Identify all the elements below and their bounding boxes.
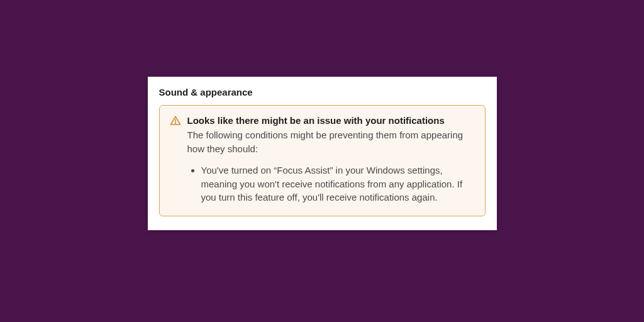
warning-icon	[170, 115, 181, 126]
alert-description: The following conditions might be preven…	[187, 128, 474, 156]
alert-conditions-list: You've turned on “Focus Assist” in your …	[187, 164, 474, 204]
alert-body: Looks like there might be an issue with …	[187, 114, 474, 204]
section-title: Sound & appearance	[159, 87, 486, 97]
settings-section-panel: Sound & appearance Looks like there migh…	[148, 77, 497, 230]
alert-title: Looks like there might be an issue with …	[187, 114, 474, 127]
svg-point-1	[175, 123, 175, 123]
list-item: You've turned on “Focus Assist” in your …	[201, 164, 474, 204]
notifications-warning-alert: Looks like there might be an issue with …	[159, 105, 486, 216]
